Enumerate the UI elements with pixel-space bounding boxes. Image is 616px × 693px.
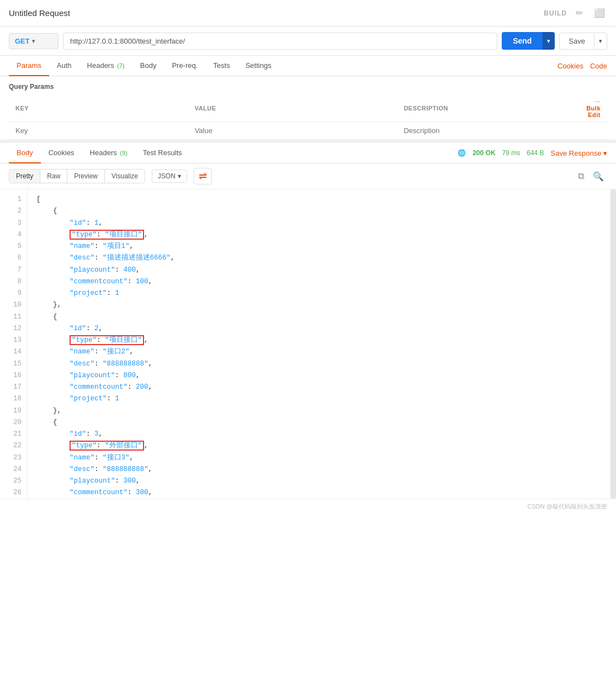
view-preview-button[interactable]: Preview <box>67 170 105 183</box>
line-numbers: 1234567891011121314151617181920212223242… <box>0 189 28 499</box>
response-tabs: Body Cookies Headers (9) Test Results 🌐 … <box>0 143 616 163</box>
query-params-section: Query Params KEY VALUE DESCRIPTION ··· B… <box>0 76 616 140</box>
json-viewer[interactable]: 1234567891011121314151617181920212223242… <box>0 189 616 499</box>
param-row-empty <box>9 122 607 140</box>
wrap-button[interactable]: ⇌ <box>194 168 212 184</box>
app-title: Untitled Request <box>9 8 70 18</box>
tab-settings[interactable]: Settings <box>238 56 279 76</box>
tab-params[interactable]: Params <box>9 56 49 76</box>
send-button[interactable]: Send <box>502 32 543 50</box>
save-response-link[interactable]: Save Response ▾ <box>551 149 607 157</box>
resp-tab-cookies[interactable]: Cookies <box>41 143 82 163</box>
tab-auth[interactable]: Auth <box>49 56 79 76</box>
cookies-link[interactable]: Cookies <box>557 62 583 70</box>
resp-tab-test-results[interactable]: Test Results <box>135 143 190 163</box>
url-input[interactable] <box>63 33 497 50</box>
col-desc-header: DESCRIPTION <box>397 95 576 122</box>
search-button[interactable]: 🔍 <box>590 169 607 184</box>
resp-tab-body[interactable]: Body <box>9 143 41 163</box>
format-label: JSON <box>158 172 176 180</box>
tab-headers[interactable]: Headers (7) <box>79 56 132 76</box>
method-chevron-icon: ▾ <box>32 38 35 44</box>
response-size: 644 B <box>527 149 544 157</box>
copy-button[interactable]: ⧉ <box>575 169 587 183</box>
send-group: Send ▾ <box>502 32 555 50</box>
view-pretty-button[interactable]: Pretty <box>9 170 40 183</box>
app-header: Untitled Request BUILD ✏ ⬜ <box>0 0 616 27</box>
tab-tests[interactable]: Tests <box>205 56 237 76</box>
param-desc-input[interactable] <box>403 126 570 135</box>
save-group: Save ▾ <box>559 33 607 50</box>
format-chevron-icon: ▾ <box>178 172 181 180</box>
tab-body[interactable]: Body <box>132 56 164 76</box>
format-select[interactable]: JSON ▾ <box>152 170 187 183</box>
view-visualize-button[interactable]: Visualize <box>105 170 145 183</box>
code-link[interactable]: Code <box>590 62 607 70</box>
save-dropdown-button[interactable]: ▾ <box>594 33 607 50</box>
col-actions-header: ··· Bulk Edit <box>576 95 607 122</box>
param-value-input[interactable] <box>195 126 391 135</box>
method-select[interactable]: GET ▾ <box>9 33 59 49</box>
col-key-header: KEY <box>9 95 188 122</box>
scrollbar[interactable] <box>610 189 616 499</box>
save-button[interactable]: Save <box>559 33 594 50</box>
globe-icon: 🌐 <box>458 149 466 157</box>
request-tabs: Params Auth Headers (7) Body Pre-req. Te… <box>0 56 616 76</box>
bulk-edit-link[interactable]: Bulk Edit <box>586 105 601 118</box>
params-table: KEY VALUE DESCRIPTION ··· Bulk Edit <box>9 95 607 140</box>
right-links: Cookies Code <box>557 62 607 70</box>
tab-prereq[interactable]: Pre-req. <box>164 56 205 76</box>
status-code: 200 OK <box>472 149 495 157</box>
response-section: Body Cookies Headers (9) Test Results 🌐 … <box>0 140 616 499</box>
response-status-bar: 🌐 200 OK 79 ms 644 B Save Response ▾ <box>458 149 607 157</box>
col-value-header: VALUE <box>188 95 397 122</box>
send-dropdown-button[interactable]: ▾ <box>543 32 555 50</box>
response-time: 79 ms <box>502 149 521 157</box>
method-label: GET <box>15 37 30 45</box>
watermark: CSDN @敲代码敲到头发茂密 <box>0 499 616 514</box>
url-bar: GET ▾ Send ▾ Save ▾ <box>0 27 616 56</box>
view-group: Pretty Raw Preview Visualize <box>9 169 145 183</box>
view-raw-button[interactable]: Raw <box>40 170 67 183</box>
json-content: [ { "id": 1, "type": "项目接口", "name": "项目… <box>28 189 616 499</box>
build-section: BUILD ✏ ⬜ <box>544 6 607 20</box>
param-key-input[interactable] <box>15 126 182 135</box>
resp-tab-headers[interactable]: Headers (9) <box>82 143 135 163</box>
build-label: BUILD <box>544 9 567 17</box>
save-icon-button[interactable]: ⬜ <box>592 6 607 20</box>
body-toolbar: Pretty Raw Preview Visualize JSON ▾ ⇌ ⧉ … <box>0 163 616 189</box>
edit-icon-button[interactable]: ✏ <box>573 6 585 20</box>
query-params-label: Query Params <box>9 83 607 91</box>
